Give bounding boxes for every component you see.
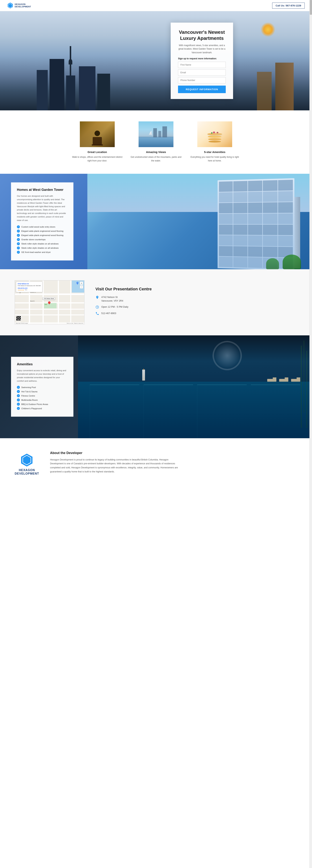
feature-location: Great Location Walk to shops, offices an…: [72, 121, 123, 163]
check-icon-6: [17, 251, 20, 254]
feature-views-image: [139, 121, 173, 147]
developer-section: HEXAGON DEVELOPMENT About the Developer …: [0, 438, 312, 488]
homes-title: Homes at West Garden Tower: [17, 188, 68, 192]
visit-hours-item: Open 12 PM - 5 PM Daily: [96, 305, 297, 309]
hero-section: Vancouver's Newest Luxury Apartments Wit…: [0, 11, 312, 111]
homes-feature-5: Sleek roller-style shades on all windows: [17, 246, 68, 249]
feature-location-image: [80, 121, 115, 147]
amenity-check-2: [17, 394, 20, 397]
developer-title: About the Developer: [50, 451, 297, 455]
amenities-description: Enjoy convenient access to eclectic reta…: [17, 369, 68, 382]
visit-hours: Open 12 PM - 5 PM Daily: [101, 305, 128, 309]
logo-text: HEXAGON DEVELOPMENT: [15, 3, 31, 8]
amenity-check-0: [17, 386, 20, 389]
developer-logo-text: HEXAGON DEVELOPMENT: [15, 468, 39, 475]
map-address-sub: 4742 Nelson St Vancouver, BC V68 0M4: [18, 285, 41, 286]
homes-feature-1: Elegant wide-plank engineered wood floor…: [17, 229, 68, 232]
developer-hex-icon: [21, 453, 33, 467]
first-name-input[interactable]: [178, 62, 226, 68]
features-section: Great Location Walk to shops, offices an…: [0, 111, 312, 174]
map-section: Robson St Davie St Granville Park 4742 N…: [0, 269, 312, 335]
homes-feature-0: Custom solid wood suite entry doors: [17, 225, 68, 228]
homes-features-list: Custom solid wood suite entry doors Eleg…: [17, 225, 68, 254]
map-container: Robson St Davie St Granville Park 4742 N…: [15, 280, 84, 324]
homes-feature-2: Elegant wide-plank engineered wood floor…: [17, 234, 68, 237]
visit-info: Visit Our Presentation Centre 4742 Nelso…: [96, 286, 297, 318]
feature-views: Amazing Views Get unobstructed views of …: [130, 121, 182, 163]
visit-phone-item: 512-467-8903: [96, 311, 297, 315]
feature-amenities: 5-star Amenities Everything you need for…: [189, 121, 240, 163]
developer-content: About the Developer Hexagon Development …: [50, 451, 297, 474]
check-icon-1: [17, 229, 20, 232]
amenity-2: Fitness Centre: [17, 394, 68, 397]
map-address-title: 4742 Nelson St: [18, 283, 41, 285]
developer-description: Hexagon Development is proud to continue…: [50, 458, 179, 474]
amenity-3: Multimedia Room: [17, 399, 68, 402]
hero-subtitle: With magnificent views, 5-star amenities…: [178, 44, 226, 54]
visit-address-item: 4742 Nelson St Vancouver, V5Y 2R4: [96, 295, 297, 303]
logo-hex-icon: [7, 2, 13, 9]
feature-location-desc: Walk to shops, offices and the entertain…: [72, 155, 123, 163]
feature-amenities-desc: Everything you need for hotel quality li…: [189, 155, 240, 163]
check-icon-3: [17, 238, 20, 241]
amenity-4: BBQ & Outdoor Picnic Areas: [17, 403, 68, 406]
amenities-title: Amenities: [17, 362, 68, 366]
request-info-button[interactable]: REQUEST INFORMATION: [178, 86, 226, 93]
map-larger-link[interactable]: View larger map: [18, 287, 41, 289]
hero-signup-label: Sign up to request more information:: [178, 57, 226, 60]
scrollbar[interactable]: [309, 0, 312, 488]
location-pin-icon: [96, 296, 99, 299]
amenity-check-4: [17, 403, 20, 406]
check-icon-0: [17, 225, 20, 228]
check-icon-4: [17, 242, 20, 245]
phone-input[interactable]: [178, 77, 226, 83]
hero-background: [0, 11, 312, 111]
homes-section: Homes at West Garden Tower Our homes are…: [0, 174, 312, 269]
email-input[interactable]: [178, 69, 226, 76]
amenity-0: Swimming Pool: [17, 386, 68, 389]
homes-feature-4: Sleek roller-style shades on all windows: [17, 242, 68, 245]
feature-amenities-title: 5-star Amenities: [189, 150, 240, 154]
feature-views-desc: Get unobstructed views of the mountains,…: [130, 155, 182, 163]
check-icon-2: [17, 234, 20, 237]
phone-icon: [96, 312, 99, 315]
feature-views-title: Amazing Views: [130, 150, 182, 154]
amenities-list: Swimming Pool Hot Tub & Sauna Fitness Ce…: [17, 386, 68, 410]
amenities-card: Amenities Enjoy convenient access to ecl…: [11, 357, 73, 417]
scrollbar-thumb[interactable]: [310, 0, 312, 15]
homes-feature-3: Granite stone countertops: [17, 238, 68, 241]
visit-address: 4742 Nelson St Vancouver, V5Y 2R4: [101, 295, 123, 303]
amenity-check-3: [17, 399, 20, 402]
call-button[interactable]: Call Us: 567-876-1229: [272, 3, 305, 9]
hero-title: Vancouver's Newest Luxury Apartments: [178, 29, 226, 41]
amenity-check-1: [17, 390, 20, 393]
clock-icon: [96, 305, 99, 309]
developer-logo: HEXAGON DEVELOPMENT: [15, 453, 39, 475]
google-map: Robson St Davie St Granville Park 4742 N…: [15, 280, 84, 324]
header: HEXAGON DEVELOPMENT Call Us: 567-876-122…: [0, 0, 312, 11]
feature-amenities-image: [197, 121, 232, 147]
homes-card: Homes at West Garden Tower Our homes are…: [11, 182, 73, 260]
logo: HEXAGON DEVELOPMENT: [7, 2, 31, 9]
visit-title: Visit Our Presentation Centre: [96, 286, 297, 292]
amenity-5: Children's Playground: [17, 407, 68, 410]
hero-form-card: Vancouver's Newest Luxury Apartments Wit…: [171, 23, 233, 99]
amenities-background: [78, 335, 312, 438]
amenity-1: Hot Tub & Sauna: [17, 390, 68, 393]
feature-location-title: Great Location: [72, 150, 123, 154]
visit-phone: 512-467-8903: [101, 311, 116, 315]
homes-description: Our homes are designed and built with un…: [17, 194, 68, 222]
amenities-section: Amenities Enjoy convenient access to ecl…: [0, 335, 312, 438]
amenity-check-5: [17, 407, 20, 410]
homes-feature-6: GE front-load washer and dryer: [17, 251, 68, 254]
check-icon-5: [17, 246, 20, 249]
